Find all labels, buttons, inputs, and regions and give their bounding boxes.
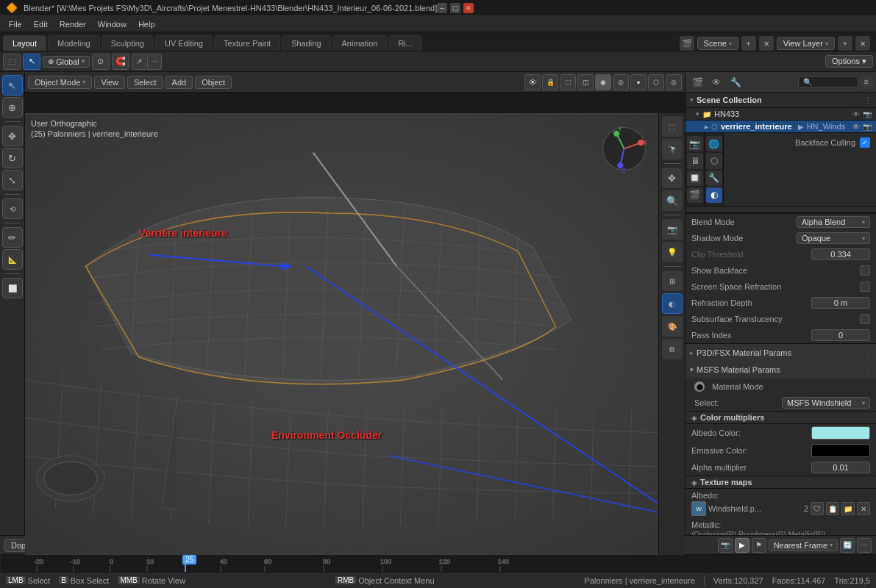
- rt-zoom-in-btn[interactable]: 🔍: [662, 190, 683, 211]
- prop-view-layer-btn[interactable]: 🔲: [687, 171, 703, 186]
- sync-btn[interactable]: 🔄: [840, 538, 855, 553]
- viewport-rendered-btn[interactable]: ●: [630, 74, 647, 90]
- menu-help[interactable]: Help: [132, 18, 161, 30]
- rt-material-btn[interactable]: ◐: [662, 293, 683, 314]
- loop-btn[interactable]: ⋯: [857, 538, 872, 553]
- prop-object-btn[interactable]: ⬡: [706, 153, 722, 168]
- view-layer-remove-btn[interactable]: ✕: [855, 36, 870, 51]
- viewport-lock-icon[interactable]: 🔒: [542, 74, 558, 90]
- backface-culling-checkbox[interactable]: ✓: [860, 137, 870, 148]
- viewport-xray-btn[interactable]: ◎: [666, 74, 682, 90]
- pass-index-value[interactable]: 0: [811, 329, 870, 341]
- header-icon-btn[interactable]: ⬚: [3, 54, 21, 70]
- viewport-wireframe-btn[interactable]: ◫: [577, 74, 594, 90]
- cursor-tool-btn[interactable]: ⊕: [2, 97, 23, 118]
- viewport-display-icon[interactable]: ⬚: [560, 74, 576, 90]
- tab-rendering[interactable]: Ri...: [388, 35, 422, 51]
- tab-animation[interactable]: Animation: [332, 35, 388, 51]
- blend-mode-dropdown[interactable]: Alpha Blend ▾: [797, 216, 870, 228]
- viewport-solid-btn[interactable]: ◉: [595, 74, 611, 90]
- rt-move-btn[interactable]: ✥: [662, 168, 683, 188]
- annotate-tool-btn[interactable]: ✏: [2, 227, 23, 248]
- active-object-name[interactable]: verriere_interieure: [721, 122, 792, 131]
- rt-render-btn[interactable]: 🎨: [662, 316, 683, 337]
- tab-modeling[interactable]: Modeling: [48, 35, 100, 51]
- scene-remove-btn[interactable]: ✕: [759, 36, 774, 51]
- snap-inc-btn[interactable]: ↗: [132, 54, 146, 70]
- tex-shield-btn[interactable]: 🛡: [811, 502, 824, 515]
- menu-file[interactable]: File: [3, 18, 28, 30]
- menu-render[interactable]: Render: [54, 18, 92, 30]
- proportional-edit-btn[interactable]: ⊙: [92, 54, 110, 70]
- show-backface-checkbox[interactable]: [860, 265, 870, 276]
- prop-world-btn[interactable]: 🌐: [706, 136, 722, 151]
- options-btn[interactable]: Options ▾: [825, 55, 873, 68]
- rt-region-btn[interactable]: ⬚: [662, 116, 683, 137]
- tex-folder-btn[interactable]: 📁: [841, 502, 855, 515]
- ssr-checkbox[interactable]: [860, 282, 870, 292]
- maximize-button[interactable]: ▢: [450, 3, 460, 13]
- cursor-tool-btn[interactable]: ↖: [23, 54, 40, 70]
- viewport-select-menu[interactable]: Select: [127, 76, 163, 89]
- tab-uv-editing[interactable]: UV Editing: [155, 35, 213, 51]
- scene-icon[interactable]: 🎬: [680, 36, 694, 51]
- measure-tool-btn[interactable]: 📐: [2, 249, 23, 270]
- timeline-body[interactable]: -20 -10 0 10 25 40 60 80 100 120: [0, 555, 876, 572]
- view-layer-selector[interactable]: View Layer▾: [777, 37, 835, 50]
- rt-light-btn[interactable]: 💡: [662, 242, 683, 262]
- viewport-material-btn[interactable]: ◎: [613, 74, 629, 90]
- prop-view-icon[interactable]: 👁: [708, 75, 725, 90]
- prop-scene-icon[interactable]: 🎬: [688, 75, 706, 90]
- tab-shading[interactable]: Shading: [282, 35, 330, 51]
- alpha-multiplier-value[interactable]: 0.01: [811, 462, 870, 473]
- tab-layout[interactable]: Layout: [3, 35, 46, 51]
- outliner-filter-btn[interactable]: ≡: [860, 76, 873, 89]
- record-btn[interactable]: ⚑: [752, 538, 766, 553]
- scene-selector[interactable]: Scene▾: [697, 37, 738, 50]
- prop-modifier-btn[interactable]: 🔧: [706, 171, 722, 186]
- rt-viewpoint-btn[interactable]: 🔭: [662, 139, 683, 159]
- albedo-color-swatch[interactable]: [811, 426, 870, 440]
- prop-material-btn[interactable]: ◐: [706, 187, 722, 203]
- viewport-camera-icon[interactable]: 👁: [524, 74, 541, 90]
- outliner-options-btn[interactable]: ⋮: [864, 96, 872, 104]
- sst-checkbox[interactable]: [860, 314, 870, 324]
- viewport-add-menu[interactable]: Add: [165, 76, 193, 89]
- prop-tool-icon[interactable]: 🔧: [727, 75, 744, 90]
- tab-texture-paint[interactable]: Texture Paint: [214, 35, 280, 51]
- shadow-mode-dropdown[interactable]: Opaque ▾: [797, 232, 870, 244]
- camera-icon-btn[interactable]: 📷: [718, 538, 733, 553]
- close-button[interactable]: ✕: [463, 3, 474, 13]
- emissive-color-swatch[interactable]: [811, 444, 870, 457]
- viewport-overlay-btn[interactable]: ⬡: [648, 74, 664, 90]
- tex-remove-btn[interactable]: ✕: [857, 502, 870, 515]
- add-cube-btn[interactable]: ⬜: [2, 278, 23, 298]
- tab-sculpting[interactable]: Sculpting: [102, 35, 154, 51]
- prop-output-btn[interactable]: 🖥: [687, 153, 703, 168]
- viewport-object-menu[interactable]: Object: [195, 76, 232, 89]
- rt-grid-btn[interactable]: ⊞: [662, 270, 683, 291]
- view-layer-add-btn[interactable]: +: [838, 36, 852, 51]
- play-icon-btn[interactable]: ▶: [735, 538, 749, 553]
- refraction-depth-value[interactable]: 0 m: [811, 297, 870, 309]
- snap-btn[interactable]: 🧲: [112, 54, 129, 70]
- outliner-search[interactable]: 🔍: [798, 76, 859, 87]
- tex-copy-btn[interactable]: 📋: [826, 502, 839, 515]
- p3d-section-header[interactable]: ▸ P3D/FSX Material Params ⋮⋮: [686, 343, 876, 361]
- rt-shading-btn[interactable]: ⚙: [662, 339, 683, 359]
- move-tool-btn[interactable]: ✥: [2, 126, 23, 146]
- viewport-canvas[interactable]: X Y Z User Orthographic (25) Palonniers …: [25, 113, 685, 556]
- transform-tool-btn[interactable]: ⟲: [2, 198, 23, 219]
- select-tool-btn[interactable]: ↖: [2, 75, 23, 96]
- minimize-button[interactable]: ─: [437, 3, 447, 13]
- prop-scene-btn[interactable]: 🎬: [687, 187, 703, 203]
- object-mode-selector[interactable]: Object Mode▾: [28, 76, 92, 89]
- menu-window[interactable]: Window: [92, 18, 132, 30]
- nearest-frame-selector[interactable]: Nearest Frame ▾: [769, 539, 838, 551]
- msfs-select-dropdown[interactable]: MSFS Windshield ▾: [782, 397, 870, 409]
- rotate-tool-btn[interactable]: ↻: [2, 148, 23, 168]
- menu-edit[interactable]: Edit: [28, 18, 54, 30]
- msfs-section-header[interactable]: ▾ MSFS Material Params ⋮⋮: [686, 361, 876, 379]
- viewport-view-menu[interactable]: View: [94, 76, 125, 89]
- scale-tool-btn[interactable]: ⤡: [2, 170, 23, 190]
